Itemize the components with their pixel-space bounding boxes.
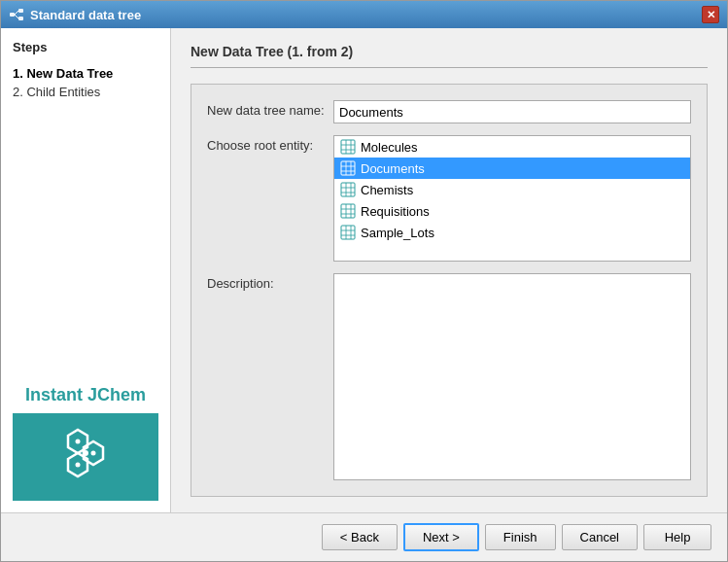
list-item[interactable]: Molecules [334, 136, 690, 158]
title-bar-left: Standard data tree [9, 7, 141, 22]
description-control [333, 273, 691, 480]
grid-icon [340, 182, 356, 197]
entity-label: Sample_Lots [361, 226, 434, 240]
steps-label: Steps [13, 40, 158, 54]
step-2-label: Child Entities [26, 85, 100, 99]
help-button[interactable]: Help [643, 524, 711, 550]
entity-label: Requisitions [361, 204, 430, 219]
list-item[interactable]: Documents [334, 158, 690, 179]
svg-point-11 [76, 463, 81, 468]
step-1-label: New Data Tree [26, 66, 113, 81]
svg-rect-17 [341, 161, 355, 175]
form-area: New data tree name: Choose root entity: [191, 84, 708, 497]
tree-icon [9, 7, 24, 22]
svg-line-3 [15, 11, 18, 15]
close-button[interactable]: ✕ [702, 6, 719, 23]
list-item[interactable]: Sample_Lots [334, 222, 690, 243]
svg-rect-0 [10, 13, 15, 17]
grid-icon [340, 139, 356, 155]
footer: < Back Next > Finish Cancel Help [1, 512, 727, 561]
next-button[interactable]: Next > [403, 523, 479, 551]
svg-point-8 [83, 450, 88, 456]
brand-logo-icon [47, 418, 124, 496]
main-panel: New Data Tree (1. from 2) New data tree … [171, 28, 727, 512]
svg-rect-32 [341, 226, 355, 239]
entity-label: Chemists [361, 183, 413, 197]
svg-rect-12 [341, 140, 355, 154]
panel-title: New Data Tree (1. from 2) [191, 44, 708, 68]
svg-rect-1 [18, 9, 23, 13]
content-area: Steps 1. New Data Tree 2. Child Entities… [1, 28, 727, 512]
list-item[interactable]: Requisitions [334, 200, 690, 222]
svg-rect-22 [341, 183, 355, 196]
back-button[interactable]: < Back [322, 524, 398, 550]
sidebar-step-1: 1. New Data Tree [13, 64, 158, 83]
step-1-number: 1. [13, 66, 26, 81]
root-entity-row: Choose root entity: Molecules Documents [207, 135, 691, 262]
name-input[interactable] [333, 100, 691, 123]
sidebar: Steps 1. New Data Tree 2. Child Entities… [1, 28, 171, 512]
name-control [333, 100, 691, 123]
dialog-title: Standard data tree [30, 8, 141, 22]
entity-label: Molecules [361, 140, 418, 155]
entity-list-control: Molecules Documents Chemists Requisition… [333, 135, 691, 262]
entity-list[interactable]: Molecules Documents Chemists Requisition… [333, 135, 691, 262]
name-label: New data tree name: [207, 100, 333, 118]
svg-rect-27 [341, 204, 355, 218]
dialog-window: Standard data tree ✕ Steps 1. New Data T… [0, 0, 728, 562]
brand-logo-box [13, 413, 158, 501]
svg-rect-2 [18, 17, 23, 20]
root-entity-label: Choose root entity: [207, 135, 333, 153]
brand-name: Instant JChem [13, 377, 158, 413]
sidebar-step-2: 2. Child Entities [13, 83, 158, 101]
name-row: New data tree name: [207, 100, 691, 123]
step-2-number: 2. [13, 85, 26, 99]
grid-icon [340, 225, 356, 240]
description-label: Description: [207, 273, 333, 291]
list-item[interactable]: Chemists [334, 179, 690, 200]
svg-point-9 [76, 439, 81, 444]
svg-point-10 [91, 451, 96, 456]
description-row: Description: [207, 273, 691, 480]
title-bar: Standard data tree ✕ [1, 1, 727, 28]
cancel-button[interactable]: Cancel [562, 524, 638, 550]
finish-button[interactable]: Finish [485, 524, 556, 550]
grid-icon [340, 160, 356, 176]
svg-line-4 [15, 15, 18, 18]
entity-label: Documents [361, 161, 425, 176]
sidebar-branding: Instant JChem [13, 377, 158, 501]
grid-icon [340, 203, 356, 219]
description-textarea[interactable] [333, 273, 691, 480]
